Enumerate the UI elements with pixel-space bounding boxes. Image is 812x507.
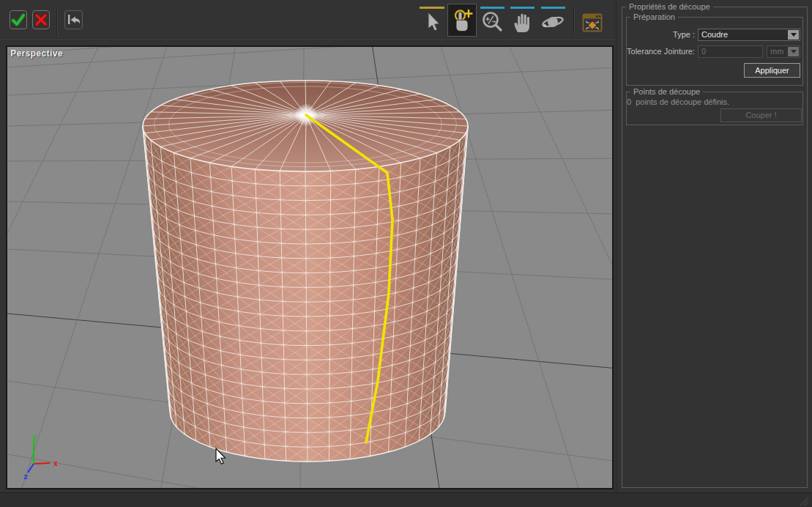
tolerance-label: Tolerance Jointure:	[624, 45, 695, 58]
group-title: Préparation	[630, 12, 678, 22]
viewport[interactable]: xyz Perspective	[6, 45, 614, 489]
axis-gizmo: xyz	[23, 433, 58, 481]
orbit-tool[interactable]	[540, 9, 565, 35]
type-label: Type :	[626, 29, 695, 41]
properties-panel: Propriétés de découpe Préparation Type :…	[616, 0, 812, 492]
select-tool[interactable]	[421, 9, 446, 35]
type-dropdown[interactable]: Coudre	[698, 29, 800, 41]
points-count-text: points de découpe définis.	[636, 97, 729, 106]
saturn-icon	[540, 10, 565, 34]
group-title: Points de découpe	[630, 86, 703, 97]
confirm-button[interactable]	[10, 10, 27, 29]
axis-label-y: y	[32, 433, 37, 441]
viewport-canvas[interactable]: xyz	[7, 47, 612, 488]
toolbar-separator	[573, 6, 575, 35]
toolbar-separator	[56, 5, 58, 36]
top-toolbar	[0, 0, 616, 41]
zoom-tool[interactable]	[480, 9, 504, 35]
return-arrow-icon	[66, 12, 82, 27]
viewport-label: Perspective	[10, 48, 63, 59]
resize-grip[interactable]	[797, 495, 811, 506]
axis-label-z: z	[23, 473, 28, 481]
group-title: Propriétés de découpe	[626, 1, 713, 12]
chevron-down-icon[interactable]	[788, 47, 799, 56]
cut-button[interactable]: Couper !	[720, 108, 802, 122]
points-count-line: 0 points de découpe définis.	[627, 96, 729, 108]
chevron-down-icon[interactable]	[788, 30, 799, 40]
unit-dropdown-value: mm	[770, 47, 783, 56]
cursor-icon	[425, 11, 442, 33]
pick-add-tool[interactable]	[447, 4, 477, 37]
reset-view-button[interactable]	[64, 10, 83, 29]
tolerance-input[interactable]: 0	[698, 45, 763, 58]
apply-button[interactable]: Appliquer	[744, 63, 800, 78]
axis-label-x: x	[53, 459, 58, 467]
hand-icon	[510, 10, 534, 34]
pan-tool[interactable]	[510, 9, 534, 35]
toolbar-groove	[0, 40, 616, 41]
cylinder-mesh[interactable]	[143, 81, 468, 462]
tap-plus-icon	[450, 7, 474, 34]
x-icon	[33, 12, 49, 28]
frame-diamond-icon	[581, 12, 603, 34]
unit-dropdown[interactable]: mm	[767, 45, 800, 58]
cancel-button[interactable]	[32, 10, 50, 29]
points-count: 0	[627, 97, 631, 106]
check-icon	[10, 12, 26, 28]
magnifier-icon	[480, 10, 504, 34]
frame-view-tool[interactable]	[580, 10, 605, 36]
type-dropdown-value: Coudre	[701, 30, 728, 39]
status-bar	[0, 492, 812, 507]
